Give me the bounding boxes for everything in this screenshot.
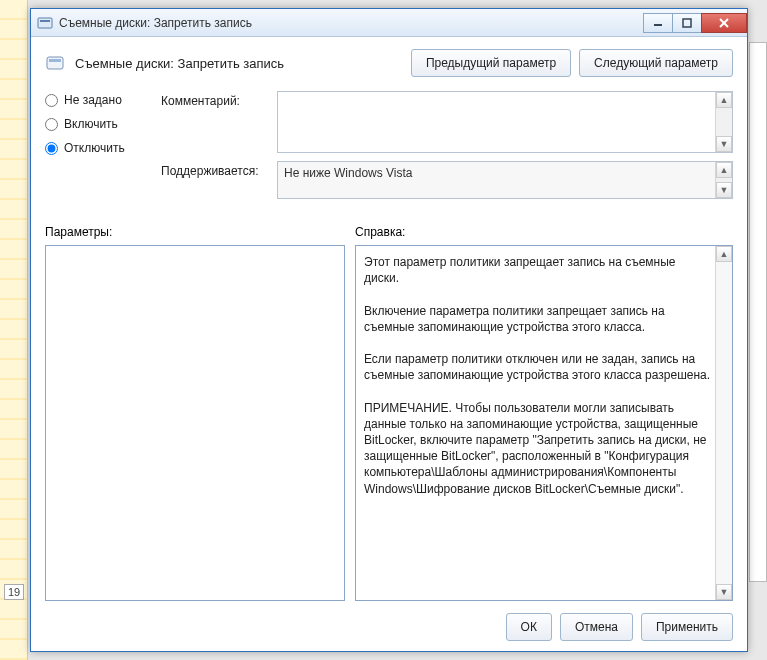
supported-value: Не ниже Windows Vista (284, 166, 413, 180)
background-folder-stripe (0, 0, 28, 660)
svg-rect-6 (47, 57, 63, 69)
policy-icon (45, 53, 65, 73)
dialog-client-area: Съемные диски: Запретить запись Предыдущ… (31, 37, 747, 651)
scroll-down-icon[interactable]: ▼ (716, 182, 732, 198)
radio-enabled-input[interactable] (45, 118, 58, 131)
options-label: Параметры: (45, 225, 345, 239)
window-controls (644, 13, 747, 33)
ok-button[interactable]: ОК (506, 613, 552, 641)
comment-box: ▲ ▼ (277, 91, 733, 153)
policy-dialog-window: Съемные диски: Запретить запись Съемные … (30, 8, 748, 652)
cancel-button[interactable]: Отмена (560, 613, 633, 641)
help-label: Справка: (355, 225, 733, 239)
radio-not-configured[interactable]: Не задано (45, 93, 155, 107)
radio-enabled-label: Включить (64, 117, 118, 131)
options-panel (45, 245, 345, 601)
help-panel: Этот параметр политики запрещает запись … (355, 245, 733, 601)
scroll-up-icon[interactable]: ▲ (716, 92, 732, 108)
split-panels: Этот параметр политики запрещает запись … (45, 245, 733, 601)
svg-rect-1 (40, 20, 50, 22)
radio-disabled-input[interactable] (45, 142, 58, 155)
next-setting-button[interactable]: Следующий параметр (579, 49, 733, 77)
maximize-button[interactable] (672, 13, 702, 33)
supported-label: Поддерживается: (161, 161, 271, 178)
scroll-down-icon[interactable]: ▼ (716, 136, 732, 152)
background-right-panel (749, 42, 767, 582)
section-labels: Параметры: Справка: (45, 225, 733, 239)
help-text: Этот параметр политики запрещает запись … (364, 254, 712, 497)
scroll-down-icon[interactable]: ▼ (716, 584, 732, 600)
supported-box: Не ниже Windows Vista ▲ ▼ (277, 161, 733, 199)
help-scroll: ▲ ▼ (715, 246, 732, 600)
window-icon (37, 15, 53, 31)
svg-rect-0 (38, 18, 52, 28)
radio-disabled[interactable]: Отключить (45, 141, 155, 155)
scroll-up-icon[interactable]: ▲ (716, 246, 732, 262)
radio-enabled[interactable]: Включить (45, 117, 155, 131)
config-grid: Не задано Включить Отключить Комментарий… (45, 91, 733, 207)
radio-not-configured-input[interactable] (45, 94, 58, 107)
titlebar[interactable]: Съемные диски: Запретить запись (31, 9, 747, 37)
minimize-button[interactable] (643, 13, 673, 33)
window-title: Съемные диски: Запретить запись (59, 16, 252, 30)
comment-label: Комментарий: (161, 91, 271, 108)
policy-header-row: Съемные диски: Запретить запись Предыдущ… (45, 49, 733, 77)
background-page-number: 19 (4, 584, 24, 600)
comment-scroll: ▲ ▼ (715, 92, 732, 152)
supported-scroll: ▲ ▼ (715, 162, 732, 198)
state-radio-group: Не задано Включить Отключить (45, 91, 155, 155)
dialog-footer: ОК Отмена Применить (45, 601, 733, 641)
radio-not-configured-label: Не задано (64, 93, 122, 107)
close-button[interactable] (701, 13, 747, 33)
svg-rect-7 (49, 59, 61, 62)
apply-button[interactable]: Применить (641, 613, 733, 641)
scroll-up-icon[interactable]: ▲ (716, 162, 732, 178)
policy-title: Съемные диски: Запретить запись (75, 56, 284, 71)
radio-disabled-label: Отключить (64, 141, 125, 155)
comment-textarea[interactable] (278, 92, 732, 152)
svg-rect-3 (683, 19, 691, 27)
previous-setting-button[interactable]: Предыдущий параметр (411, 49, 571, 77)
